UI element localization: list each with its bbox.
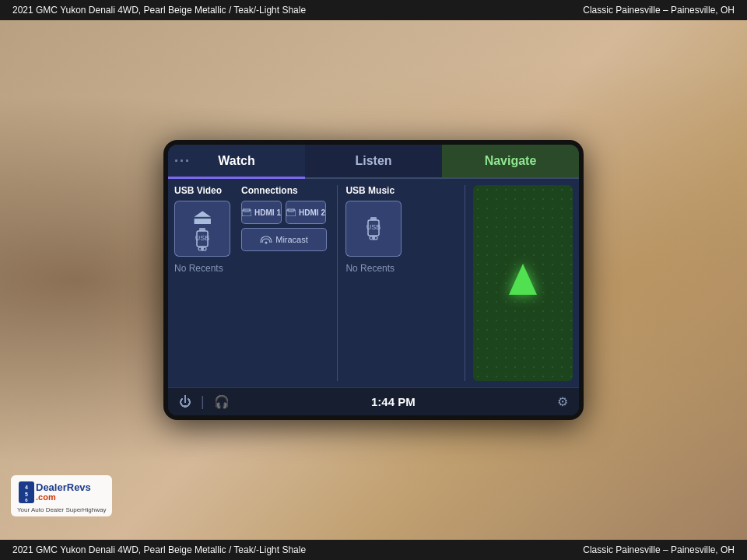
screen-content: ··· Watch Listen Navigate: [168, 145, 579, 415]
photo-area: ··· Watch Listen Navigate: [0, 20, 747, 540]
hdmi-row: HDMI 1 HDMI 2: [241, 201, 327, 224]
tab-watch[interactable]: ··· Watch: [168, 145, 305, 177]
infotainment-screen: ··· Watch Listen Navigate: [163, 140, 584, 420]
svg-text:USB: USB: [195, 234, 210, 242]
footer-bar: 2021 GMC Yukon Denali 4WD, Pearl Beige M…: [0, 540, 747, 560]
svg-point-10: [265, 242, 268, 244]
usb-video-title: USB Video: [174, 185, 222, 196]
header-bar: 2021 GMC Yukon Denali 4WD, Pearl Beige M…: [0, 0, 747, 20]
headphone-icon[interactable]: 🎧: [214, 394, 230, 409]
svg-text:USB: USB: [366, 223, 381, 231]
connections-col: HDMI 1 HDMI 2: [241, 201, 327, 251]
clock-display: 1:44 PM: [371, 395, 416, 408]
hdmi1-icon: [242, 208, 251, 216]
tab-listen[interactable]: Listen: [305, 145, 442, 177]
miracast-label: Miracast: [275, 235, 308, 244]
tab-row: ··· Watch Listen Navigate: [168, 145, 579, 179]
bottom-icons: ⏻ | 🎧: [179, 394, 230, 410]
listen-no-recents: No Recents: [345, 263, 456, 274]
tab-listen-label: Listen: [355, 154, 391, 168]
svg-point-3: [198, 247, 202, 250]
svg-text:5: 5: [25, 492, 28, 497]
navigation-arrow: [509, 264, 537, 295]
watermark-tagline: Your Auto Dealer SuperHighway: [17, 506, 106, 513]
tab-navigate[interactable]: Navigate: [442, 145, 579, 177]
listen-navigate-divider: [465, 185, 465, 381]
connections-title: Connections: [241, 185, 298, 196]
hdmi2-icon: [286, 208, 296, 216]
usb-music-icon: USB: [365, 217, 382, 240]
svg-point-14: [370, 236, 373, 240]
hdmi1-box[interactable]: HDMI 1: [241, 201, 282, 224]
footer-dealer-info: Classic Painesville – Painesville, OH: [583, 544, 735, 555]
svg-point-15: [374, 236, 377, 240]
usb-video-items: USB Video ⏏ USB: [174, 185, 329, 257]
usb-drive-icon: USB: [194, 228, 211, 251]
usb-video-box[interactable]: ⏏ USB: [174, 201, 230, 257]
hdmi2-label: HDMI 2: [299, 208, 325, 217]
svg-text:.com: .com: [36, 492, 56, 502]
miracast-icon: [260, 235, 272, 244]
watermark: DealerRevs .com 4 5 6 Your Auto Dealer S…: [11, 475, 112, 516]
header-vehicle-info: 2021 GMC Yukon Denali 4WD, Pearl Beige M…: [12, 5, 306, 16]
watch-no-recents: No Recents: [174, 263, 329, 274]
screen-bottom-bar: ⏻ | 🎧 1:44 PM ⚙: [168, 387, 579, 415]
usb-video-section: USB Video ⏏ USB: [174, 185, 329, 274]
tab-navigate-label: Navigate: [485, 154, 537, 168]
listen-panel: USB Music USB No Recents: [345, 185, 456, 381]
usb-music-box[interactable]: USB: [345, 201, 402, 257]
footer-vehicle-info: 2021 GMC Yukon Denali 4WD, Pearl Beige M…: [12, 544, 306, 555]
power-icon[interactable]: ⏻: [179, 395, 191, 409]
tab-watch-label: Watch: [218, 154, 254, 168]
pipe-divider: |: [201, 394, 205, 410]
usb-video-icon: ⏏: [192, 206, 212, 228]
header-dealer-info: Classic Painesville – Painesville, OH: [583, 5, 735, 16]
watch-panel: USB Video ⏏ USB: [174, 185, 329, 381]
watch-dots-left: ···: [174, 153, 191, 170]
hdmi1-label: HDMI 1: [254, 208, 281, 217]
svg-text:4: 4: [25, 485, 28, 490]
svg-text:DealerRevs: DealerRevs: [36, 481, 91, 493]
watch-listen-divider: [337, 185, 338, 381]
svg-point-4: [203, 247, 206, 250]
content-area: USB Video ⏏ USB: [168, 179, 579, 387]
usb-music-title: USB Music: [345, 185, 456, 196]
hdmi2-box[interactable]: HDMI 2: [286, 201, 326, 224]
navigate-panel[interactable]: [473, 185, 573, 381]
miracast-box[interactable]: Miracast: [241, 228, 327, 251]
usb-music-section: USB Music USB No Recents: [345, 185, 456, 274]
watermark-logo: DealerRevs .com 4 5 6: [19, 478, 104, 506]
settings-icon[interactable]: ⚙: [557, 394, 568, 409]
